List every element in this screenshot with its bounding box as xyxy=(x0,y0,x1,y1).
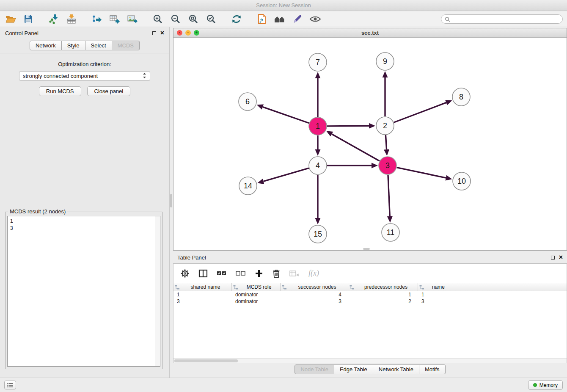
graph-arrowhead xyxy=(257,179,264,184)
cell-successor-nodes: 3 xyxy=(281,298,348,304)
zoom-fit-button[interactable] xyxy=(187,13,200,25)
close-icon[interactable]: × xyxy=(160,30,164,36)
share-document-icon xyxy=(257,14,267,25)
close-icon[interactable]: × xyxy=(559,255,563,260)
zoom-out-button[interactable] xyxy=(169,13,182,25)
zoom-group xyxy=(151,13,217,25)
cell-shared-name: 1 xyxy=(173,292,232,298)
graph-edge-2-8[interactable] xyxy=(394,102,446,122)
task-history-button[interactable] xyxy=(4,381,16,389)
function-builder-button[interactable]: f(x) xyxy=(308,269,319,278)
column-header-name[interactable]: name xyxy=(418,283,453,291)
graph-edge-3-1[interactable] xyxy=(332,134,380,161)
list-icon xyxy=(7,383,14,388)
close-panel-button[interactable]: Close panel xyxy=(87,86,131,96)
zoom-in-button[interactable] xyxy=(151,13,164,25)
zoom-fit-icon xyxy=(188,14,198,24)
table-tab-motifs[interactable]: Motifs xyxy=(419,364,446,374)
apply-style-icon xyxy=(292,14,303,24)
column-header-successor-nodes[interactable]: successor nodes xyxy=(281,283,348,291)
import-network-button[interactable] xyxy=(47,13,60,25)
eye-icon xyxy=(309,15,321,23)
memory-button[interactable]: Memory xyxy=(528,380,563,390)
export-table-button[interactable] xyxy=(108,13,121,25)
float-window-icon[interactable] xyxy=(152,31,156,35)
zoom-selected-button[interactable] xyxy=(205,13,217,25)
export-image-button[interactable] xyxy=(126,13,139,25)
table-toolbar: f(x) xyxy=(173,264,567,283)
import-table-button[interactable] xyxy=(65,13,78,25)
cell-mcds-role: dominator xyxy=(232,298,281,304)
toggle-visibility-button[interactable] xyxy=(309,13,322,25)
table-tab-network-table[interactable]: Network Table xyxy=(373,364,419,374)
run-mcds-button[interactable]: Run MCDS xyxy=(39,86,81,96)
table-hscrollbar[interactable] xyxy=(173,358,567,363)
graph-edge-1-6[interactable] xyxy=(263,107,309,123)
graph-edge-4-14[interactable] xyxy=(263,168,308,181)
column-header-predecessor-nodes[interactable]: predecessor nodes xyxy=(348,283,418,291)
deselect-all-button[interactable] xyxy=(236,270,246,277)
table-row[interactable]: 3dominator323 xyxy=(173,298,567,305)
graph-node-label: 3 xyxy=(385,161,390,170)
search-input[interactable] xyxy=(452,16,559,22)
control-panel-tab-network[interactable]: Network xyxy=(30,41,62,50)
control-panel-header: Control Panel × xyxy=(0,27,169,39)
select-all-button[interactable] xyxy=(217,270,227,277)
graph-node-label: 1 xyxy=(316,122,320,130)
table-tab-edge-table[interactable]: Edge Table xyxy=(334,364,373,374)
trash-icon xyxy=(272,269,281,278)
graph-edge-1-2[interactable] xyxy=(327,126,369,126)
app-title: Session: New Session xyxy=(256,2,311,8)
column-sort-icon xyxy=(282,285,287,290)
cell-name: 1 xyxy=(418,292,453,298)
graph-arrowhead xyxy=(315,149,321,156)
graph-edge-2-3[interactable] xyxy=(385,135,386,149)
home-view-button[interactable] xyxy=(273,13,286,25)
table-settings-button[interactable] xyxy=(180,269,190,278)
criterion-dropdown[interactable]: strongly connected component xyxy=(19,71,150,81)
refresh-view-button[interactable] xyxy=(230,13,243,25)
create-column-button[interactable] xyxy=(255,269,263,278)
zoom-out-icon xyxy=(171,14,181,24)
main-toolbar xyxy=(0,11,567,27)
delete-column-button[interactable] xyxy=(272,269,281,278)
canvas-hscroll-thumb[interactable] xyxy=(363,248,370,250)
graph-arrowhead xyxy=(315,72,321,78)
cell-predecessor-nodes: 1 xyxy=(348,292,418,298)
network-canvas[interactable]: 7968124314101511 xyxy=(173,38,567,250)
show-columns-button[interactable] xyxy=(198,269,208,278)
float-window-icon[interactable] xyxy=(551,256,555,259)
window-zoom-icon[interactable]: + xyxy=(194,30,199,36)
apply-style-button[interactable] xyxy=(291,13,304,25)
graph-edge-3-11[interactable] xyxy=(388,175,390,216)
export-network-button[interactable] xyxy=(91,13,103,25)
result-scrollbar[interactable] xyxy=(155,216,160,366)
column-sort-icon xyxy=(350,285,355,290)
share-document-button[interactable] xyxy=(256,13,268,25)
control-panel-tab-mcds[interactable]: MCDS xyxy=(112,41,140,50)
graph-node-label: 4 xyxy=(316,161,320,170)
home-icon xyxy=(273,14,286,24)
memory-label: Memory xyxy=(539,382,558,388)
control-panel-tab-select[interactable]: Select xyxy=(85,41,112,50)
import-network-icon xyxy=(48,14,59,25)
graph-svg: 7968124314101511 xyxy=(173,38,567,250)
table-row[interactable]: 1dominator411 xyxy=(173,291,567,298)
refresh-group xyxy=(230,13,243,25)
network-window: scc.txt × − + 7968124314101511 xyxy=(173,28,567,251)
window-minimize-icon[interactable]: − xyxy=(185,30,191,36)
column-header-shared-name[interactable]: shared name xyxy=(173,283,232,291)
control-panel-tab-style[interactable]: Style xyxy=(62,41,85,50)
table-tab-node-table[interactable]: Node Table xyxy=(295,364,334,374)
save-session-button[interactable] xyxy=(22,13,35,25)
graph-arrowhead xyxy=(257,104,264,109)
network-window-titlebar[interactable]: scc.txt × − + xyxy=(173,28,567,38)
splitter-handle[interactable] xyxy=(170,194,172,207)
graph-edge-3-10[interactable] xyxy=(397,168,446,178)
delete-table-button[interactable] xyxy=(289,270,300,277)
cell-successor-nodes: 4 xyxy=(281,292,348,298)
column-header-mcds-role[interactable]: MCDS role xyxy=(232,283,281,291)
open-session-button[interactable] xyxy=(4,13,17,25)
toolbar-search[interactable] xyxy=(441,14,563,24)
window-close-icon[interactable]: × xyxy=(177,30,182,36)
